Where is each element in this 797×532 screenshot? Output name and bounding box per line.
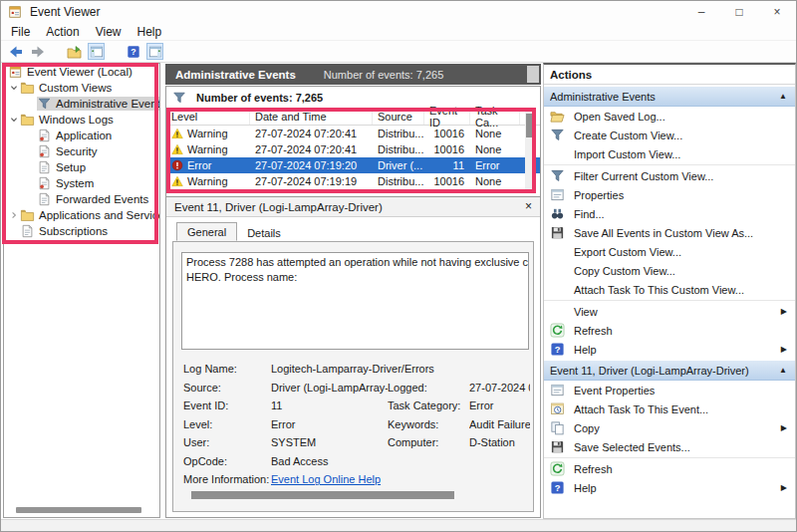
action-find[interactable]: Find... [544,204,795,223]
column-header-level[interactable]: Level [166,109,250,125]
maximize-button[interactable]: □ [720,1,758,23]
chevron-right-icon[interactable] [8,211,20,219]
menu-bar: File Action View Help [1,23,796,41]
help-icon[interactable] [125,43,141,60]
collapse-icon[interactable]: ▲ [779,366,787,375]
action-create-custom-view[interactable]: Create Custom View... [544,126,795,144]
chevron-down-icon[interactable] [8,116,20,124]
user-value: SYSTEM [271,436,388,448]
back-icon[interactable] [7,43,24,60]
table-vertical-scrollbar[interactable] [525,110,535,189]
tree-item-custom-views[interactable]: Custom Views [4,80,159,96]
tree-item-administrative-events[interactable]: Administrative Events [4,96,159,112]
event-detail-title: Event 11, Driver (Logi-LampArray-Driver) [174,201,383,213]
action-copy-custom-view[interactable]: Copy Custom View... [544,261,795,280]
folder-icon [20,81,35,95]
minimize-button[interactable]: – [682,1,720,23]
log-icon [37,144,52,158]
submenu-arrow-icon: ▶ [781,345,787,354]
collapse-icon[interactable]: ▲ [779,92,787,101]
app-icon [8,5,22,19]
action-view[interactable]: View ▶ [544,302,795,321]
show-action-pane-icon[interactable] [146,43,163,60]
menu-view[interactable]: View [88,23,130,41]
table-row[interactable]: Warning 27-07-2024 07:20:41 Distribu... … [166,141,540,157]
events-list-title: Administrative Events [175,69,296,81]
log-icon [37,176,52,190]
status-bar [1,519,796,532]
action-event-properties[interactable]: Event Properties [544,381,795,399]
action-properties[interactable]: Properties [544,185,795,204]
menu-file[interactable]: File [3,23,38,41]
action-refresh-event[interactable]: Refresh [544,459,795,478]
action-filter-current-custom-view[interactable]: Filter Current Custom View... [544,166,795,185]
action-copy[interactable]: Copy ▶ [544,418,795,437]
window-title: Event Viewer [30,5,100,19]
table-row-selected[interactable]: Error 27-07-2024 07:19:20 Driver (... 11… [166,157,540,173]
column-header-date[interactable]: Date and Time [250,109,373,125]
tree-item-system[interactable]: System [4,175,159,191]
event-description-box[interactable]: Process 7288 has attempted an operation … [181,252,529,350]
separator [544,164,795,165]
chevron-down-icon[interactable] [8,84,20,92]
help-icon [550,342,565,357]
menu-help[interactable]: Help [130,23,170,41]
action-attach-task-custom-view[interactable]: Attach Task To This Custom View... [544,280,795,299]
tree-item-security[interactable]: Security [4,143,159,159]
scrollbar-thumb[interactable] [526,114,534,137]
page-icon [37,160,52,174]
tree-item-forwarded-events[interactable]: Forwarded Events [4,191,159,207]
keywords-label: Keywords: [388,418,469,430]
tree-item-subscriptions[interactable]: Subscriptions [4,223,159,239]
scrollbar-corner [527,66,539,83]
event-log-online-help-link[interactable]: Event Log Online Help [271,473,381,485]
column-header-task-category[interactable]: Task Ca... [470,109,520,125]
folder-icon [20,208,35,222]
action-import-custom-view[interactable]: Import Custom View... [544,144,795,163]
tree-item-applications-services-logs[interactable]: Applications and Services Lo [4,207,159,223]
action-attach-task-event[interactable]: Attach Task To This Event... [544,399,795,418]
action-help-event[interactable]: Help ▶ [544,478,795,497]
actions-section-event-11[interactable]: Event 11, Driver (Logi-LampArray-Driver)… [544,361,795,381]
action-open-saved-log[interactable]: Open Saved Log... [544,107,795,126]
table-row[interactable]: Warning 27-07-2024 07:20:41 Distribu... … [166,126,540,141]
action-help[interactable]: Help ▶ [544,340,795,359]
tree-item-setup[interactable]: Setup [4,159,159,175]
actions-section-administrative-events[interactable]: Administrative Events ▲ [544,87,795,107]
computer-value: D-Station [469,436,530,448]
tab-general[interactable]: General [176,222,237,241]
tree-horizontal-scrollbar[interactable] [16,507,141,513]
menu-action[interactable]: Action [38,23,87,41]
save-icon [550,225,565,240]
title-bar: Event Viewer – □ × [1,1,796,23]
action-refresh[interactable]: Refresh [544,321,795,340]
logged-label: Logged: [388,382,469,394]
properties-icon [550,383,565,398]
column-header-event-id[interactable]: Event ID [424,109,470,125]
detail-tabs: General Details [176,222,291,241]
action-save-selected-events[interactable]: Save Selected Events... [544,437,795,456]
copy-icon [550,420,565,435]
table-row[interactable]: Warning 27-07-2024 07:19:19 Distribu... … [166,173,540,189]
log-name-value: Logitech-Lamparray-Driver/Errors [271,363,530,375]
close-icon[interactable]: × [525,199,532,213]
column-header-source[interactable]: Source [373,109,424,125]
tree-item-application[interactable]: Application [4,128,159,143]
tree-item-event-viewer-local[interactable]: Event Viewer (Local) [4,64,159,80]
show-console-tree-icon[interactable] [88,43,105,60]
submenu-arrow-icon: ▶ [781,423,787,432]
events-panel: Number of events: 7,265 Level Date and T… [165,86,541,518]
action-save-all-events[interactable]: Save All Events in Custom View As... [544,223,795,242]
log-name-label: Log Name: [183,363,271,375]
detail-horizontal-scrollbar[interactable] [191,491,454,499]
tab-details[interactable]: Details [237,224,291,241]
task-category-label: Task Category: [388,399,469,411]
tree-item-windows-logs[interactable]: Windows Logs [4,112,159,128]
forward-icon[interactable] [29,43,46,60]
close-button[interactable]: × [758,1,796,23]
open-saved-log-icon[interactable] [66,43,83,60]
general-tab-content: Process 7288 has attempted an operation … [172,241,534,512]
actions-panel: Actions Administrative Events ▲ Open Sav… [543,63,796,519]
action-export-custom-view[interactable]: Export Custom View... [544,242,795,261]
submenu-arrow-icon: ▶ [781,483,787,492]
